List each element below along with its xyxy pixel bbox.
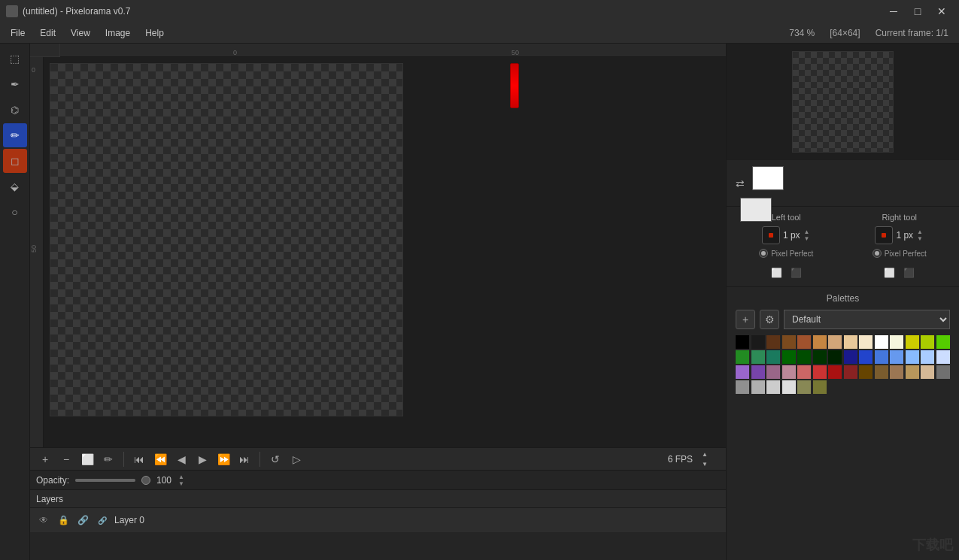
step-fwd-button[interactable]: ▶ xyxy=(193,450,211,468)
palette-color-42[interactable] xyxy=(736,380,749,394)
copy-frame-button[interactable]: ⬜ xyxy=(78,450,96,468)
palette-color-44[interactable] xyxy=(766,380,780,394)
go-prev-button[interactable]: ⏪ xyxy=(151,450,169,468)
palette-color-25[interactable] xyxy=(906,350,919,364)
palette-color-30[interactable] xyxy=(766,365,780,379)
canvas-scroll[interactable] xyxy=(44,57,726,447)
right-tool-size-down[interactable]: ▼ xyxy=(916,236,924,242)
palette-color-11[interactable] xyxy=(906,335,919,349)
menu-file[interactable]: File xyxy=(3,25,32,41)
palette-color-31[interactable] xyxy=(782,365,796,379)
opacity-down[interactable]: ▼ xyxy=(178,480,185,486)
palette-color-12[interactable] xyxy=(921,335,934,349)
palette-color-13[interactable] xyxy=(936,335,950,349)
right-tool-icon[interactable] xyxy=(875,226,893,244)
fps-up-button[interactable]: ▲ xyxy=(696,450,714,459)
right-tool-size-up[interactable]: ▲ xyxy=(916,229,924,235)
layer-visibility-button[interactable]: 👁 xyxy=(36,513,51,528)
palette-color-1[interactable] xyxy=(751,335,765,349)
palette-color-46[interactable] xyxy=(797,380,811,394)
palette-color-8[interactable] xyxy=(859,335,873,349)
palette-color-5[interactable] xyxy=(813,335,827,349)
minimize-button[interactable]: ─ xyxy=(882,0,905,23)
opacity-slider[interactable] xyxy=(75,479,135,482)
palette-color-16[interactable] xyxy=(766,350,780,364)
palette-color-29[interactable] xyxy=(751,365,765,379)
palette-color-37[interactable] xyxy=(875,365,888,379)
right-tool-extra-2[interactable]: ⬛ xyxy=(902,265,917,280)
palette-select[interactable]: Default Custom xyxy=(784,310,950,329)
eraser-tool[interactable]: ◻ xyxy=(3,149,27,173)
palette-color-20[interactable] xyxy=(828,350,842,364)
fill-tool[interactable]: ⬙ xyxy=(3,174,27,198)
palette-color-18[interactable] xyxy=(797,350,811,364)
pencil-tool[interactable]: ✏ xyxy=(3,123,27,147)
palette-color-28[interactable] xyxy=(736,365,749,379)
left-tool-size-up[interactable]: ▲ xyxy=(803,229,811,235)
fps-down-button[interactable]: ▼ xyxy=(696,459,714,468)
menu-image[interactable]: Image xyxy=(98,25,138,41)
canvas[interactable] xyxy=(50,63,403,416)
palette-color-22[interactable] xyxy=(859,350,873,364)
palette-color-10[interactable] xyxy=(890,335,903,349)
remove-frame-button[interactable]: − xyxy=(57,450,75,468)
palette-color-19[interactable] xyxy=(813,350,827,364)
palette-color-43[interactable] xyxy=(751,380,765,394)
layer-extra-button[interactable]: 🔗 xyxy=(95,513,110,528)
palette-settings-button[interactable]: ⚙ xyxy=(760,310,779,329)
left-tool-size-down[interactable]: ▼ xyxy=(803,236,811,242)
palette-color-47[interactable] xyxy=(813,380,827,394)
palette-color-40[interactable] xyxy=(921,365,934,379)
palette-color-7[interactable] xyxy=(844,335,857,349)
layer-lock-button[interactable]: 🔒 xyxy=(56,513,71,528)
palette-color-36[interactable] xyxy=(859,365,873,379)
eyedropper-tool[interactable]: ✒ xyxy=(3,72,27,96)
palette-color-6[interactable] xyxy=(828,335,842,349)
marquee-tool[interactable]: ⬚ xyxy=(3,47,27,71)
palette-color-17[interactable] xyxy=(782,350,796,364)
palette-color-9[interactable] xyxy=(875,335,888,349)
palette-color-38[interactable] xyxy=(890,365,903,379)
palette-color-35[interactable] xyxy=(844,365,857,379)
palette-color-24[interactable] xyxy=(890,350,903,364)
palette-color-14[interactable] xyxy=(736,350,749,364)
palette-color-32[interactable] xyxy=(797,365,811,379)
right-tool-extra-1[interactable]: ⬜ xyxy=(882,265,897,280)
brush-button[interactable]: ✏ xyxy=(99,450,117,468)
go-last-button[interactable]: ⏭ xyxy=(235,450,253,468)
left-tool-icon[interactable] xyxy=(762,226,780,244)
foreground-color[interactable] xyxy=(752,166,784,190)
palette-color-45[interactable] xyxy=(782,380,796,394)
left-tool-extra-1[interactable]: ⬜ xyxy=(769,265,784,280)
opacity-up[interactable]: ▲ xyxy=(178,474,185,480)
palette-color-0[interactable] xyxy=(736,335,749,349)
play-button[interactable]: ▷ xyxy=(287,450,305,468)
menu-help[interactable]: Help xyxy=(138,25,171,41)
background-color[interactable] xyxy=(740,198,772,222)
palette-color-27[interactable] xyxy=(936,350,950,364)
menu-edit[interactable]: Edit xyxy=(32,25,63,41)
palette-color-4[interactable] xyxy=(797,335,811,349)
palette-color-33[interactable] xyxy=(813,365,827,379)
step-back-button[interactable]: ◀ xyxy=(172,450,190,468)
palette-color-23[interactable] xyxy=(875,350,888,364)
close-button[interactable]: ✕ xyxy=(930,0,953,23)
palette-color-21[interactable] xyxy=(844,350,857,364)
loop-button[interactable]: ↺ xyxy=(266,450,284,468)
palette-color-15[interactable] xyxy=(751,350,765,364)
layer-linked-button[interactable]: 🔗 xyxy=(75,513,90,528)
go-next-button[interactable]: ⏩ xyxy=(214,450,232,468)
palette-color-2[interactable] xyxy=(766,335,780,349)
shape-tool[interactable]: ○ xyxy=(3,200,27,224)
palette-color-41[interactable] xyxy=(936,365,950,379)
palette-add-button[interactable]: + xyxy=(736,310,755,329)
menu-view[interactable]: View xyxy=(63,25,98,41)
left-tool-pixel-perfect-radio[interactable] xyxy=(759,249,768,258)
palette-color-26[interactable] xyxy=(921,350,934,364)
swap-colors-button[interactable]: ⇄ xyxy=(736,177,745,189)
palette-color-34[interactable] xyxy=(828,365,842,379)
add-frame-button[interactable]: + xyxy=(36,450,54,468)
palette-color-3[interactable] xyxy=(782,335,796,349)
palette-color-39[interactable] xyxy=(906,365,919,379)
left-tool-extra-2[interactable]: ⬛ xyxy=(788,265,803,280)
